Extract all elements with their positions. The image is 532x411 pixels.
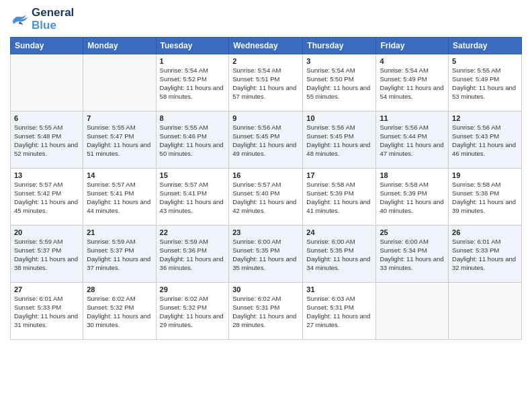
day-info: Sunrise: 5:59 AMSunset: 5:37 PMDaylight:…: [87, 238, 152, 272]
weekday-header-wednesday: Wednesday: [229, 38, 303, 54]
calendar-cell: 20Sunrise: 5:59 AMSunset: 5:37 PMDayligh…: [11, 226, 83, 283]
weekday-header-thursday: Thursday: [303, 38, 376, 54]
calendar-cell: 1Sunrise: 5:54 AMSunset: 5:52 PMDaylight…: [156, 54, 229, 111]
day-number: 28: [87, 285, 152, 293]
weekday-header-row: SundayMondayTuesdayWednesdayThursdayFrid…: [11, 38, 522, 54]
day-number: 24: [306, 228, 372, 236]
calendar-cell: 6Sunrise: 5:55 AMSunset: 5:48 PMDaylight…: [11, 111, 83, 169]
weekday-header-monday: Monday: [83, 38, 156, 54]
day-number: 20: [14, 228, 79, 236]
day-info: Sunrise: 6:02 AMSunset: 5:32 PMDaylight:…: [160, 295, 226, 329]
calendar-cell: 23Sunrise: 6:00 AMSunset: 5:35 PMDayligh…: [229, 226, 303, 283]
day-info: Sunrise: 5:56 AMSunset: 5:44 PMDaylight:…: [380, 124, 445, 158]
day-number: 19: [452, 171, 518, 179]
calendar-cell: 22Sunrise: 5:59 AMSunset: 5:36 PMDayligh…: [156, 226, 229, 283]
calendar-cell: 7Sunrise: 5:55 AMSunset: 5:47 PMDaylight…: [83, 111, 156, 169]
calendar-cell: [449, 283, 522, 340]
day-number: 15: [160, 171, 226, 179]
day-info: Sunrise: 5:57 AMSunset: 5:41 PMDaylight:…: [87, 181, 152, 215]
day-info: Sunrise: 5:56 AMSunset: 5:43 PMDaylight:…: [452, 124, 518, 158]
day-info: Sunrise: 5:54 AMSunset: 5:50 PMDaylight:…: [306, 66, 372, 101]
day-number: 31: [306, 285, 372, 293]
calendar-cell: 10Sunrise: 5:56 AMSunset: 5:45 PMDayligh…: [303, 111, 376, 169]
day-info: Sunrise: 6:02 AMSunset: 5:32 PMDaylight:…: [87, 295, 152, 329]
day-info: Sunrise: 6:02 AMSunset: 5:31 PMDaylight:…: [232, 295, 299, 329]
day-info: Sunrise: 5:58 AMSunset: 5:38 PMDaylight:…: [452, 181, 518, 215]
calendar-cell: 11Sunrise: 5:56 AMSunset: 5:44 PMDayligh…: [376, 111, 449, 169]
day-number: 3: [306, 57, 372, 65]
calendar-cell: 5Sunrise: 5:55 AMSunset: 5:49 PMDaylight…: [449, 54, 522, 111]
calendar-cell: 4Sunrise: 5:54 AMSunset: 5:49 PMDaylight…: [376, 54, 449, 111]
day-number: 7: [87, 114, 152, 122]
calendar-cell: 17Sunrise: 5:58 AMSunset: 5:39 PMDayligh…: [303, 169, 376, 226]
calendar-cell: 2Sunrise: 5:54 AMSunset: 5:51 PMDaylight…: [229, 54, 303, 111]
weekday-header-sunday: Sunday: [11, 38, 83, 54]
day-number: 11: [380, 114, 445, 122]
calendar-cell: 16Sunrise: 5:57 AMSunset: 5:40 PMDayligh…: [229, 169, 303, 226]
week-row-3: 13Sunrise: 5:57 AMSunset: 5:42 PMDayligh…: [11, 169, 522, 226]
day-number: 14: [87, 171, 152, 179]
day-number: 1: [160, 57, 226, 65]
week-row-5: 27Sunrise: 6:01 AMSunset: 5:33 PMDayligh…: [11, 283, 522, 340]
day-number: 10: [306, 114, 372, 122]
calendar-cell: [83, 54, 156, 111]
day-number: 22: [160, 228, 226, 236]
day-number: 8: [160, 114, 226, 122]
weekday-header-saturday: Saturday: [449, 38, 522, 54]
day-info: Sunrise: 6:01 AMSunset: 5:33 PMDaylight:…: [14, 295, 79, 329]
calendar-cell: 28Sunrise: 6:02 AMSunset: 5:32 PMDayligh…: [83, 283, 156, 340]
calendar-cell: 24Sunrise: 6:00 AMSunset: 5:35 PMDayligh…: [303, 226, 376, 283]
week-row-4: 20Sunrise: 5:59 AMSunset: 5:37 PMDayligh…: [11, 226, 522, 283]
weekday-header-friday: Friday: [376, 38, 449, 54]
day-number: 30: [232, 285, 299, 293]
day-info: Sunrise: 5:58 AMSunset: 5:39 PMDaylight:…: [380, 181, 445, 215]
calendar-cell: 14Sunrise: 5:57 AMSunset: 5:41 PMDayligh…: [83, 169, 156, 226]
day-number: 23: [232, 228, 299, 236]
day-number: 16: [232, 171, 299, 179]
day-number: 17: [306, 171, 372, 179]
day-info: Sunrise: 5:59 AMSunset: 5:37 PMDaylight:…: [14, 238, 79, 272]
calendar-cell: 18Sunrise: 5:58 AMSunset: 5:39 PMDayligh…: [376, 169, 449, 226]
day-number: 18: [380, 171, 445, 179]
calendar-cell: 19Sunrise: 5:58 AMSunset: 5:38 PMDayligh…: [449, 169, 522, 226]
day-info: Sunrise: 5:58 AMSunset: 5:39 PMDaylight:…: [306, 181, 372, 215]
day-info: Sunrise: 5:57 AMSunset: 5:41 PMDaylight:…: [160, 181, 226, 215]
logo: General Blue: [10, 7, 74, 32]
calendar-cell: 3Sunrise: 5:54 AMSunset: 5:50 PMDaylight…: [303, 54, 376, 111]
day-info: Sunrise: 6:03 AMSunset: 5:31 PMDaylight:…: [306, 295, 372, 329]
logo-bird-icon: [10, 12, 29, 27]
day-number: 26: [452, 228, 518, 236]
day-info: Sunrise: 5:57 AMSunset: 5:40 PMDaylight:…: [232, 181, 299, 215]
day-number: 5: [452, 57, 518, 65]
calendar-cell: 9Sunrise: 5:56 AMSunset: 5:45 PMDaylight…: [229, 111, 303, 169]
calendar-cell: 25Sunrise: 6:00 AMSunset: 5:34 PMDayligh…: [376, 226, 449, 283]
day-info: Sunrise: 5:56 AMSunset: 5:45 PMDaylight:…: [232, 124, 299, 158]
week-row-1: 1Sunrise: 5:54 AMSunset: 5:52 PMDaylight…: [11, 54, 522, 111]
day-number: 25: [380, 228, 445, 236]
calendar-cell: 8Sunrise: 5:55 AMSunset: 5:46 PMDaylight…: [156, 111, 229, 169]
day-number: 9: [232, 114, 299, 122]
day-info: Sunrise: 6:00 AMSunset: 5:34 PMDaylight:…: [380, 238, 445, 272]
calendar-cell: 31Sunrise: 6:03 AMSunset: 5:31 PMDayligh…: [303, 283, 376, 340]
day-info: Sunrise: 6:00 AMSunset: 5:35 PMDaylight:…: [306, 238, 372, 272]
logo-text: General Blue: [32, 7, 74, 32]
day-number: 29: [160, 285, 226, 293]
day-number: 6: [14, 114, 79, 122]
calendar-cell: [376, 283, 449, 340]
calendar-cell: 27Sunrise: 6:01 AMSunset: 5:33 PMDayligh…: [11, 283, 83, 340]
weekday-header-tuesday: Tuesday: [156, 38, 229, 54]
calendar-cell: 13Sunrise: 5:57 AMSunset: 5:42 PMDayligh…: [11, 169, 83, 226]
day-info: Sunrise: 5:55 AMSunset: 5:46 PMDaylight:…: [160, 124, 226, 158]
day-number: 2: [232, 57, 299, 65]
calendar-cell: 21Sunrise: 5:59 AMSunset: 5:37 PMDayligh…: [83, 226, 156, 283]
day-info: Sunrise: 5:54 AMSunset: 5:51 PMDaylight:…: [232, 66, 299, 101]
day-number: 27: [14, 285, 79, 293]
calendar: SundayMondayTuesdayWednesdayThursdayFrid…: [10, 37, 522, 340]
day-info: Sunrise: 5:54 AMSunset: 5:49 PMDaylight:…: [380, 66, 445, 101]
calendar-cell: 30Sunrise: 6:02 AMSunset: 5:31 PMDayligh…: [229, 283, 303, 340]
day-number: 4: [380, 57, 445, 65]
calendar-cell: 12Sunrise: 5:56 AMSunset: 5:43 PMDayligh…: [449, 111, 522, 169]
calendar-cell: [11, 54, 83, 111]
day-number: 13: [14, 171, 79, 179]
header: General Blue: [10, 7, 522, 32]
